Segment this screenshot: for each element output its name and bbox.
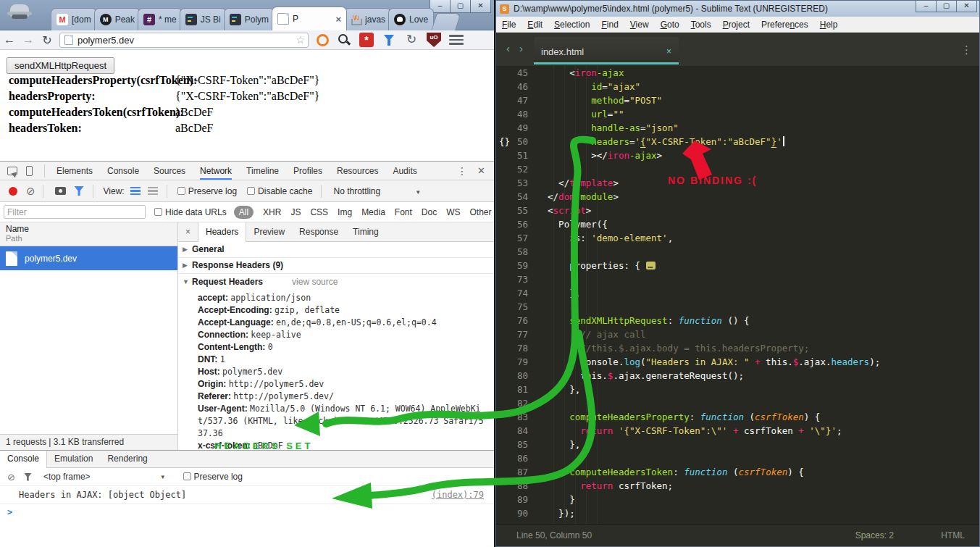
code-line[interactable]: 81 }, bbox=[496, 383, 979, 396]
console-tab-rendering[interactable]: Rendering bbox=[100, 451, 154, 468]
code-line[interactable]: 46 id="ajax" bbox=[496, 80, 979, 93]
code-line[interactable]: 89 } bbox=[496, 493, 979, 506]
menu-item-goto[interactable]: Goto bbox=[655, 20, 685, 30]
code-line[interactable]: 53 </template> bbox=[496, 176, 979, 190]
browser-tab[interactable]: JS Bi bbox=[180, 8, 227, 30]
code-line[interactable]: 83 computeHeadersProperty: function (csr… bbox=[496, 410, 979, 424]
code-line[interactable]: 59 properties: { … bbox=[496, 259, 979, 272]
new-tab-button[interactable] bbox=[431, 13, 461, 30]
throttling-dropdown[interactable]: No throttling▼ bbox=[333, 186, 421, 196]
details-tab-response[interactable]: Response bbox=[292, 222, 345, 242]
code-line[interactable]: 78 //this.$.ajax.body = this.headersProp… bbox=[496, 341, 979, 355]
menu-item-tools[interactable]: Tools bbox=[685, 20, 717, 30]
code-line[interactable]: {}50 headers='{"X-CSRF-Token":"aBcDeF"}' bbox=[496, 135, 979, 149]
devtools-close-icon[interactable]: ✕ bbox=[477, 165, 485, 176]
nav-back-icon[interactable]: ‹ bbox=[506, 42, 510, 54]
bookmark-star-icon[interactable]: ☆ bbox=[296, 34, 305, 46]
tab-close-icon[interactable]: × bbox=[332, 14, 342, 25]
browser-tab[interactable]: Love bbox=[388, 8, 434, 30]
menu-item-find[interactable]: Find bbox=[595, 20, 624, 30]
close-button[interactable]: ✕ bbox=[956, 1, 977, 12]
console-source-link[interactable]: (index):79 bbox=[432, 490, 484, 500]
chrome-menu-icon[interactable] bbox=[449, 33, 464, 47]
code-line[interactable]: 49 handle-as="json" bbox=[496, 121, 979, 135]
waterfall-view-icon[interactable] bbox=[148, 187, 158, 195]
console-tab-console[interactable]: Console bbox=[0, 451, 47, 468]
code-line[interactable]: 74 }, bbox=[496, 286, 979, 300]
code-line[interactable]: 55 <script> bbox=[496, 204, 979, 217]
devtools-menu-icon[interactable]: ⋮ bbox=[457, 165, 467, 177]
code-line[interactable]: 51 ></iron-ajax> bbox=[496, 149, 979, 162]
menu-item-project[interactable]: Project bbox=[717, 20, 755, 30]
devtools-tab-resources[interactable]: Resources bbox=[337, 162, 378, 180]
send-xml-http-request-button[interactable]: sendXMLHttpRequest bbox=[7, 57, 114, 74]
filter-input[interactable] bbox=[4, 205, 146, 219]
code-line[interactable]: 75 bbox=[496, 300, 979, 314]
code-line[interactable]: 82 bbox=[496, 396, 979, 410]
code-line[interactable]: 45 <iron-ajax bbox=[496, 66, 979, 80]
devtools-tab-elements[interactable]: Elements bbox=[56, 162, 93, 180]
frame-context-dropdown[interactable]: <top frame> bbox=[43, 472, 91, 482]
overflow-menu-icon[interactable]: ⋮ bbox=[961, 43, 972, 57]
code-line[interactable]: 76 sendXMLHttpRequest: function () { bbox=[496, 314, 979, 327]
browser-tab[interactable]: #* me bbox=[138, 8, 183, 30]
tab-close-icon[interactable]: × bbox=[666, 46, 671, 57]
devtools-tab-console[interactable]: Console bbox=[107, 162, 139, 180]
code-line[interactable]: 88 return csrfToken; bbox=[496, 479, 979, 493]
filter-pill-img[interactable]: Img bbox=[338, 207, 352, 217]
code-line[interactable]: 73 bbox=[496, 272, 979, 286]
address-bar[interactable]: polymer5.dev ☆ bbox=[59, 33, 309, 48]
devtools-tab-timeline[interactable]: Timeline bbox=[246, 162, 279, 180]
browser-tab[interactable]: M[dom bbox=[51, 8, 97, 30]
code-line[interactable]: 56 Polymer({ bbox=[496, 217, 979, 231]
syntax-mode[interactable]: HTML bbox=[941, 530, 965, 540]
filter-pill-js[interactable]: JS bbox=[290, 207, 301, 217]
console-tab-emulation[interactable]: Emulation bbox=[47, 451, 100, 468]
disable-cache-checkbox[interactable]: Disable cache bbox=[247, 186, 312, 196]
code-line[interactable]: 48 url="" bbox=[496, 107, 979, 121]
code-fold-icon[interactable]: … bbox=[646, 262, 656, 270]
code-line[interactable]: 85 }, bbox=[496, 438, 979, 451]
clear-console-icon[interactable]: ⊘ bbox=[7, 472, 15, 483]
devtools-tab-profiles[interactable]: Profiles bbox=[293, 162, 322, 180]
code-line[interactable]: 86 bbox=[496, 451, 979, 465]
indentation-setting[interactable]: Spaces: 2 bbox=[855, 530, 894, 540]
request-headers-section[interactable]: ▼Request Headersview source bbox=[178, 274, 494, 290]
filter-pill-other[interactable]: Other bbox=[470, 207, 492, 217]
filter-pill-font[interactable]: Font bbox=[395, 207, 412, 217]
inspect-element-icon[interactable] bbox=[7, 167, 17, 175]
code-line[interactable]: 79 console.log("Headers in AJAX: " + thi… bbox=[496, 355, 979, 369]
clear-icon[interactable]: ⊘ bbox=[26, 185, 35, 198]
code-line[interactable]: 84 return '{"X-CSRF-Token":\"' + csrfTok… bbox=[496, 424, 979, 438]
console-prompt[interactable]: > bbox=[0, 504, 494, 520]
lastpass-icon[interactable]: * bbox=[359, 33, 374, 47]
browser-tab[interactable]: Polym bbox=[224, 8, 275, 30]
back-icon[interactable]: ← bbox=[0, 33, 19, 46]
code-line[interactable]: 58 bbox=[496, 245, 979, 259]
details-tab-headers[interactable]: Headers bbox=[198, 222, 246, 242]
code-line[interactable]: 87 computeHeadersToken: function (csrfTo… bbox=[496, 465, 979, 479]
menu-item-selection[interactable]: Selection bbox=[548, 20, 595, 30]
details-tab-preview[interactable]: Preview bbox=[246, 222, 292, 242]
filter-pill-all[interactable]: All bbox=[234, 206, 254, 219]
hide-data-urls-checkbox[interactable]: Hide data URLs bbox=[154, 207, 227, 217]
extension-icon-blue[interactable] bbox=[382, 33, 396, 47]
filter-pill-xhr[interactable]: XHR bbox=[263, 207, 281, 217]
reload-icon[interactable]: ↻ bbox=[38, 33, 56, 47]
extension-icon-orange[interactable] bbox=[317, 34, 329, 46]
console-filter-icon[interactable] bbox=[24, 473, 32, 481]
close-details-icon[interactable]: × bbox=[185, 227, 190, 237]
close-button[interactable]: ✕ bbox=[470, 0, 491, 13]
details-tab-timing[interactable]: Timing bbox=[345, 222, 386, 242]
forward-icon[interactable]: → bbox=[19, 33, 38, 46]
maximize-button[interactable]: ▢ bbox=[936, 1, 957, 12]
filter-pill-ws[interactable]: WS bbox=[446, 207, 460, 217]
general-section[interactable]: ▶General bbox=[178, 242, 494, 258]
code-line[interactable]: 77 // ajax call bbox=[496, 327, 979, 341]
device-toolbar-icon[interactable] bbox=[26, 166, 33, 176]
menu-item-file[interactable]: File bbox=[496, 20, 522, 30]
minimize-button[interactable]: – bbox=[916, 1, 937, 12]
code-line[interactable]: 90 }); bbox=[496, 506, 979, 520]
request-row-selected[interactable]: polymer5.dev bbox=[0, 246, 177, 270]
code-line[interactable]: 52 bbox=[496, 162, 979, 176]
